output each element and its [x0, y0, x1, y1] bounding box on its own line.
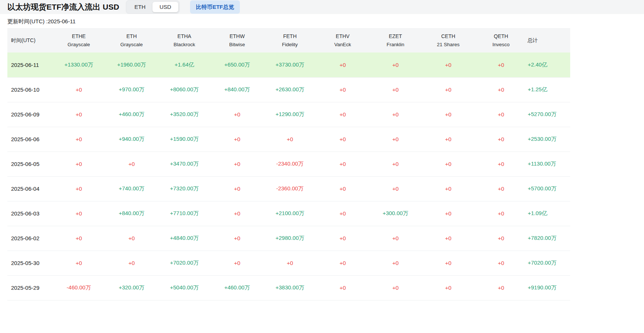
cell-value: +0 — [422, 226, 475, 251]
row-date: 2025-06-05 — [7, 152, 52, 176]
cell-value: +0 — [52, 102, 105, 127]
row-total-value: +7820.00万 — [527, 226, 570, 251]
cell-value: +0 — [475, 201, 527, 226]
row-date: 2025-06-02 — [7, 226, 52, 251]
cell-value: +0 — [316, 201, 369, 226]
column-header: EZETFranklin — [369, 28, 422, 52]
cell-value: +0 — [369, 226, 422, 251]
column-header: ETHABlackrock — [158, 28, 211, 52]
cell-value: +0 — [316, 52, 369, 77]
etf-table-wrapper: 时间(UTC)ETHEGrayscaleETHGrayscaleETHABlac… — [0, 28, 644, 300]
cell-value: +0 — [475, 152, 527, 176]
cell-value: +0 — [422, 201, 475, 226]
cell-value: +0 — [475, 52, 527, 77]
cell-value: +7020.00万 — [158, 251, 211, 275]
table-row[interactable]: 2025-06-04+0+740.00万+7320.00万+0-2360.00万… — [7, 176, 570, 201]
row-date: 2025-05-30 — [7, 251, 52, 275]
row-date: 2025-06-04 — [7, 176, 52, 201]
cell-value: +1960.00万 — [105, 52, 158, 77]
cell-value: -2360.00万 — [264, 176, 316, 201]
cell-value: +740.00万 — [105, 176, 158, 201]
cell-value: +460.00万 — [105, 102, 158, 127]
cell-value: +3470.00万 — [158, 152, 211, 176]
cell-value: +3730.00万 — [264, 52, 316, 77]
table-row[interactable]: 2025-06-02+0+0+4840.00万+0+2980.00万+0+0+0… — [7, 226, 570, 251]
btc-etf-overview-button[interactable]: 比特币ETF总览 — [190, 0, 240, 14]
cell-value: +0 — [422, 77, 475, 102]
column-header: QETHInvesco — [475, 28, 527, 52]
toggle-option-eth[interactable]: ETH — [127, 2, 152, 12]
table-row[interactable]: 2025-06-11+1330.00万+1960.00万+1.64亿+650.0… — [7, 52, 570, 77]
cell-value: +0 — [369, 102, 422, 127]
table-row[interactable]: 2025-06-03+0+840.00万+7710.00万+0+2100.00万… — [7, 201, 570, 226]
cell-value: +7320.00万 — [158, 176, 211, 201]
cell-value: +0 — [369, 77, 422, 102]
cell-value: +3520.00万 — [158, 102, 211, 127]
update-time: 更新时间(UTC) :2025-06-11 — [0, 14, 644, 28]
cell-value: +940.00万 — [105, 127, 158, 152]
cell-value: +0 — [264, 251, 316, 275]
cell-value: +650.00万 — [211, 52, 264, 77]
cell-value: +0 — [211, 152, 264, 176]
column-header: ETHWBitwise — [211, 28, 264, 52]
row-total-value: +1.25亿 — [527, 77, 570, 102]
column-header: ETHGrayscale — [105, 28, 158, 52]
currency-toggle: ETH USD — [126, 0, 180, 14]
cell-value: +840.00万 — [105, 201, 158, 226]
column-header: ETHEGrayscale — [52, 28, 105, 52]
cell-value: +970.00万 — [105, 77, 158, 102]
table-row[interactable]: 2025-06-10+0+970.00万+8060.00万+840.00万+26… — [7, 77, 570, 102]
row-total-value: +9190.00万 — [527, 275, 570, 300]
cell-value: +0 — [422, 52, 475, 77]
cell-value: +0 — [211, 127, 264, 152]
cell-value: +0 — [422, 275, 475, 300]
cell-value: +0 — [422, 152, 475, 176]
toggle-option-usd[interactable]: USD — [152, 2, 178, 12]
table-row[interactable]: 2025-05-29-460.00万+320.00万+5040.00万+460.… — [7, 275, 570, 300]
cell-value: +0 — [475, 226, 527, 251]
top-bar: 以太坊现货ETF净流入流出 USD ETH USD 比特币ETF总览 — [0, 0, 644, 14]
cell-value: +0 — [475, 176, 527, 201]
cell-value: +0 — [105, 251, 158, 275]
cell-value: +0 — [211, 102, 264, 127]
cell-value: +0 — [316, 275, 369, 300]
cell-value: +0 — [422, 251, 475, 275]
cell-value: +0 — [52, 176, 105, 201]
cell-value: +1290.00万 — [264, 102, 316, 127]
cell-value: +0 — [475, 77, 527, 102]
column-header: 时间(UTC) — [7, 28, 52, 52]
row-date: 2025-05-29 — [7, 275, 52, 300]
cell-value: +0 — [369, 251, 422, 275]
row-total-value: +1.09亿 — [527, 201, 570, 226]
cell-value: +0 — [475, 127, 527, 152]
cell-value: +300.00万 — [369, 201, 422, 226]
cell-value: +1.64亿 — [158, 52, 211, 77]
column-header: 总计 — [527, 28, 570, 52]
cell-value: +840.00万 — [211, 77, 264, 102]
table-row[interactable]: 2025-06-09+0+460.00万+3520.00万+0+1290.00万… — [7, 102, 570, 127]
table-header-row: 时间(UTC)ETHEGrayscaleETHGrayscaleETHABlac… — [7, 28, 570, 52]
cell-value: +1330.00万 — [52, 52, 105, 77]
row-total-value: +5270.00万 — [527, 102, 570, 127]
cell-value: +0 — [316, 77, 369, 102]
row-total-value: +1130.00万 — [527, 152, 570, 176]
cell-value: +7710.00万 — [158, 201, 211, 226]
cell-value: +0 — [369, 152, 422, 176]
cell-value: +0 — [369, 127, 422, 152]
row-date: 2025-06-06 — [7, 127, 52, 152]
cell-value: +0 — [422, 102, 475, 127]
row-total-value: +5700.00万 — [527, 176, 570, 201]
cell-value: +0 — [475, 102, 527, 127]
cell-value: +0 — [105, 226, 158, 251]
table-row[interactable]: 2025-06-06+0+940.00万+1590.00万+0+0+0+0+0+… — [7, 127, 570, 152]
table-row[interactable]: 2025-05-30+0+0+7020.00万+0+0+0+0+0+0+7020… — [7, 251, 570, 275]
cell-value: +0 — [316, 127, 369, 152]
table-row[interactable]: 2025-06-05+0+0+3470.00万+0-2340.00万+0+0+0… — [7, 152, 570, 176]
cell-value: +0 — [52, 127, 105, 152]
cell-value: +0 — [105, 152, 158, 176]
cell-value: +0 — [211, 176, 264, 201]
cell-value: +0 — [475, 251, 527, 275]
column-header: FETHFidelity — [264, 28, 316, 52]
cell-value: +0 — [316, 226, 369, 251]
cell-value: +8060.00万 — [158, 77, 211, 102]
